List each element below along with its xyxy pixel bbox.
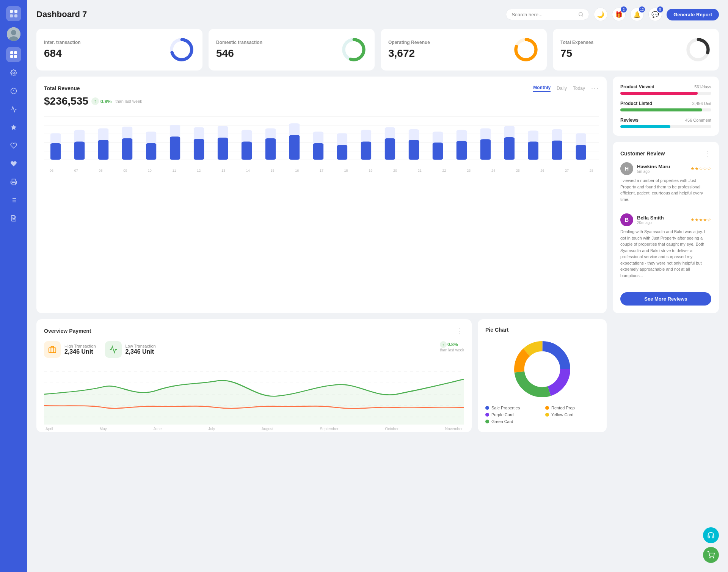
sidebar-item-doc[interactable] [6,211,21,226]
product-listed-label: Product Listed [620,101,652,106]
revenue-more-button[interactable]: ··· [591,84,599,92]
legend-green-card: Green Card [485,419,539,424]
sidebar [0,0,27,572]
overview-line-chart: April May June July August September Oct… [44,364,464,425]
stats-row-reviews: Reviews 456 Comment [620,118,711,128]
sidebar-item-heart-outline[interactable] [6,138,21,153]
page-title: Dashboard 7 [36,9,87,19]
reviews-more-button[interactable]: ⋮ [704,149,711,158]
low-transaction-label: Low Transaction [126,344,156,348]
sidebar-item-settings[interactable] [6,65,21,80]
review-avatar-0: H [620,162,633,175]
sidebar-item-print[interactable] [6,174,21,190]
tab-monthly[interactable]: Monthly [533,85,551,92]
svg-rect-3 [14,14,17,17]
gift-button[interactable]: 🎁 2 [612,8,626,21]
see-more-reviews-button[interactable]: See More Reviews [620,292,711,306]
chat-button[interactable]: 💬 5 [648,8,662,21]
svg-rect-9 [10,55,13,58]
svg-point-100 [713,558,714,558]
overview-badge: ↑ 0.8% [440,341,464,348]
header-right: 🌙 🎁 2 🔔 12 💬 5 Generate Report [506,8,719,21]
review-text-1: Dealing with Syamsudin and Bakri was a j… [620,229,711,279]
sidebar-item-list[interactable] [6,193,21,208]
svg-rect-8 [14,51,17,54]
search-box[interactable] [506,9,589,20]
svg-rect-72 [409,140,419,160]
stat-card-inter-transaction: Inter. transaction 684 [36,29,202,71]
right-panel: Product Viewed 561/days Product Listed 3… [613,77,719,313]
product-viewed-bar [620,92,711,95]
svg-rect-42 [50,143,61,160]
stat-value-1: 546 [216,47,262,60]
legend-rented-prop: Rented Prop [545,406,599,410]
svg-rect-60 [265,138,276,160]
avatar[interactable] [7,27,20,41]
low-transaction-value: 2,346 Unit [126,348,156,355]
svg-point-5 [11,30,16,35]
pie-chart-container [485,339,599,400]
stats-row-viewed: Product Viewed 561/days [620,84,711,95]
cart-float-button[interactable] [703,547,719,563]
bell-badge: 12 [639,6,645,13]
svg-rect-64 [313,143,323,160]
sidebar-item-heart-filled[interactable] [6,156,21,171]
revenue-tabs: Monthly Daily Today ··· [533,84,599,92]
high-transaction-icon [44,341,61,358]
high-transaction-label: High Transaction [64,344,96,348]
theme-toggle-button[interactable]: 🌙 [594,8,607,21]
svg-rect-70 [385,138,395,160]
svg-rect-86 [576,145,586,160]
sidebar-item-info[interactable] [6,83,21,99]
svg-point-34 [688,39,708,60]
low-transaction-stat: Low Transaction 2,346 Unit [105,341,156,358]
overview-up-icon: ↑ [440,341,447,348]
bell-button[interactable]: 🔔 12 [630,8,644,21]
tab-daily[interactable]: Daily [557,86,567,91]
content-row: Total Revenue Monthly Daily Today ··· $2… [36,77,719,313]
tab-today[interactable]: Today [573,86,585,91]
stat-card-operating-revenue: Operating Revenue 3,672 [381,29,547,71]
svg-point-99 [710,558,711,558]
svg-rect-2 [10,14,13,17]
sidebar-item-analytics[interactable] [6,102,21,117]
headset-float-button[interactable] [703,527,719,543]
svg-rect-48 [122,138,132,160]
svg-rect-76 [457,141,467,160]
svg-marker-15 [11,125,17,130]
revenue-amount: $236,535 ↑ 0.8% [44,95,111,107]
legend-sale-properties: Sale Properties [485,406,539,410]
donut-chart-2 [513,36,539,63]
overview-stats: High Transaction 2,346 Unit Low Transact… [44,341,464,358]
sidebar-item-star[interactable] [6,120,21,135]
svg-rect-54 [194,139,204,160]
svg-point-11 [13,72,15,74]
svg-rect-44 [74,141,85,160]
svg-point-28 [171,39,191,60]
low-transaction-icon [105,341,122,358]
overview-more-button[interactable]: ⋮ [457,327,464,335]
svg-rect-80 [504,137,515,160]
svg-rect-50 [146,143,156,160]
pie-chart-title: Pie Chart [485,327,599,333]
line-chart-svg [44,364,464,425]
review-time-0: 5m ago [637,169,670,174]
revenue-badge: 0.8% [100,99,112,104]
svg-rect-66 [337,145,347,160]
svg-rect-10 [14,55,17,58]
reviews-bar [620,125,711,128]
sidebar-item-dashboard[interactable] [6,47,21,62]
reviews-value: 456 Comment [685,118,711,122]
pie-chart-svg [512,339,573,400]
stat-label-1: Domestic transaction [216,40,262,45]
review-avatar-1: B [620,213,633,226]
revenue-card: Total Revenue Monthly Daily Today ··· $2… [36,77,607,313]
search-input[interactable] [511,12,575,17]
svg-point-25 [579,13,582,16]
generate-report-button[interactable]: Generate Report [667,9,719,20]
stat-card-total-expenses: Total Expenses 75 [553,29,719,71]
review-time-1: 20m ago [637,221,664,225]
review-item-1: B Bella Smith 20m ago ★★★★☆ Dealing with… [620,213,711,284]
gift-badge: 2 [621,6,627,13]
bar-chart-svg [44,113,599,166]
